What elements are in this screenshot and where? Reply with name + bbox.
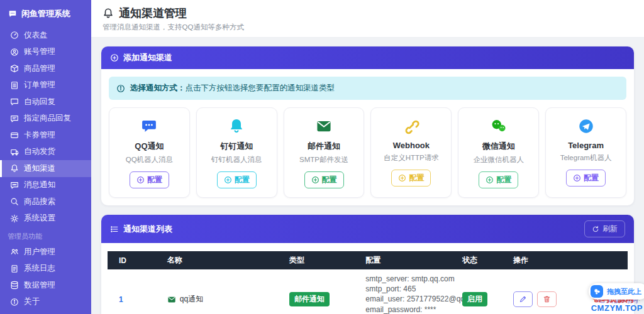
- sidebar-item-auto-reply[interactable]: 自动回复: [0, 94, 91, 111]
- channel-list-panel-header: 通知渠道列表 刷新: [101, 215, 634, 243]
- sidebar-item-product-search[interactable]: 商品搜索: [0, 193, 91, 210]
- document-list-icon: [9, 81, 19, 90]
- configure-telegram-button[interactable]: 配置: [566, 170, 606, 187]
- sidebar-item-label: 商品管理: [24, 63, 55, 74]
- gear-icon: [9, 214, 19, 223]
- sidebar-item-data-management[interactable]: 数据管理: [0, 277, 91, 294]
- sidebar-item-dashboard[interactable]: 仪表盘: [0, 27, 91, 44]
- sidebar-item-system-logs[interactable]: 系统日志: [0, 261, 91, 278]
- column-header-actions: 操作: [513, 255, 628, 266]
- sidebar-item-label: 仪表盘: [24, 30, 48, 41]
- document-list-icon: [9, 264, 19, 273]
- edit-button[interactable]: [513, 291, 533, 307]
- bell-icon: [9, 164, 19, 173]
- configure-qq-button[interactable]: 配置: [130, 171, 169, 188]
- select-method-alert: 选择通知方式：点击下方按钮选择您要配置的通知渠道类型: [109, 77, 626, 100]
- channel-card-webhook: Webhook 自定义HTTP请求 配置: [370, 107, 452, 198]
- sidebar-item-label: 自动回复: [24, 97, 55, 107]
- database-icon: [9, 281, 19, 290]
- search-icon: [9, 197, 19, 206]
- configure-button-label: 配置: [147, 175, 162, 185]
- configure-webhook-button[interactable]: 配置: [391, 170, 431, 187]
- sidebar-item-orders[interactable]: 订单管理: [0, 77, 91, 94]
- sidebar-item-notify-channels[interactable]: 通知渠道: [0, 160, 91, 177]
- delete-button[interactable]: [537, 291, 557, 307]
- config-line: email_user: 2571779522@qq.com: [365, 294, 462, 304]
- sidebar-item-label: 用户管理: [24, 247, 55, 257]
- column-header-id: ID: [119, 256, 167, 265]
- sidebar-item-about[interactable]: 关于: [0, 294, 91, 311]
- chat-bubble-icon: [9, 97, 19, 106]
- column-header-type: 类型: [289, 255, 365, 266]
- add-channel-panel: 添加通知渠道 选择通知方式：点击下方按钮选择您要配置的通知渠道类型 QQ通知: [101, 46, 634, 205]
- configure-button-label: 配置: [235, 175, 250, 185]
- send-icon: [9, 148, 19, 156]
- channel-card-subtitle: SMTP邮件发送: [288, 155, 360, 165]
- plus-circle-icon: [486, 176, 494, 184]
- sidebar-item-label: 关于: [24, 296, 40, 307]
- sidebar-item-products[interactable]: 商品管理: [0, 60, 91, 77]
- plus-circle-icon: [573, 174, 581, 182]
- main-area: 通知渠道管理 管理消息通知渠道，支持QQ通知等多种方式 添加通知渠道 选择通知方…: [91, 0, 644, 314]
- sidebar-item-accounts[interactable]: 账号管理: [0, 44, 91, 61]
- configure-button-label: 配置: [409, 173, 424, 183]
- sidebar-item-coupons[interactable]: 卡券管理: [0, 127, 91, 144]
- channel-card-title: 钉钉通知: [201, 141, 273, 152]
- status-badge: 启用: [462, 292, 487, 306]
- configure-button-label: 配置: [322, 175, 337, 185]
- configure-dingtalk-button[interactable]: 配置: [217, 171, 257, 188]
- box-icon: [9, 64, 19, 73]
- channel-card-wechat: 微信通知 企业微信机器人 配置: [458, 107, 539, 198]
- sidebar-section-label: 管理员功能: [0, 227, 91, 244]
- content: 添加通知渠道 选择通知方式：点击下方按钮选择您要配置的通知渠道类型 QQ通知: [91, 38, 644, 314]
- telegram-icon: [550, 117, 622, 135]
- sidebar-item-label: 订单管理: [24, 80, 55, 90]
- link-icon: [375, 117, 447, 135]
- row-name: qq通知: [167, 294, 289, 305]
- plus-circle-icon: [311, 176, 319, 184]
- sidebar-item-settings[interactable]: 系统设置: [0, 210, 91, 227]
- sidebar-item-message-notify[interactable]: 消息通知: [0, 177, 91, 194]
- sidebar-item-label: 卡券管理: [24, 130, 55, 141]
- trash-icon: [543, 295, 551, 303]
- envelope-icon: [288, 117, 360, 135]
- channel-cards: QQ通知 QQ机器人消息 配置 钉钉通知: [109, 107, 626, 198]
- sidebar-item-label: 系统设置: [24, 213, 55, 224]
- channel-card-subtitle: 企业微信机器人: [462, 155, 535, 165]
- card-icon: [9, 131, 19, 139]
- chat-bubble-icon: [9, 114, 19, 123]
- channel-table: ID 名称 类型 配置 状态 操作 1 qq通知 邮件: [101, 243, 634, 314]
- configure-wechat-button[interactable]: 配置: [479, 171, 518, 188]
- sidebar-item-label: 账号管理: [24, 46, 55, 57]
- sidebar-item-auto-delivery[interactable]: 自动发货: [0, 144, 91, 161]
- channel-card-title: QQ通知: [113, 141, 186, 152]
- list-icon: [110, 225, 119, 234]
- refresh-icon: [592, 225, 599, 233]
- channel-card-subtitle: QQ机器人消息: [113, 155, 186, 165]
- configure-email-button[interactable]: 配置: [304, 171, 344, 188]
- dingtalk-bell-icon: [201, 117, 273, 135]
- drag-capture-widget[interactable]: 拖拽至此上: [589, 283, 644, 300]
- plus-circle-icon: [224, 176, 232, 184]
- column-header-name: 名称: [167, 255, 289, 266]
- sidebar-item-product-reply[interactable]: 指定商品回复: [0, 111, 91, 127]
- plus-circle-icon: [110, 53, 119, 62]
- circles-icon: [591, 285, 603, 298]
- sidebar-item-label: 自动发货: [24, 146, 55, 157]
- channel-card-title: Webhook: [375, 141, 447, 150]
- configure-button-label: 配置: [496, 175, 511, 185]
- info-circle-icon: [9, 298, 19, 306]
- type-badge: 邮件通知: [289, 292, 330, 306]
- config-line: smtp_server: smtp.qq.com: [365, 274, 462, 284]
- channel-card-subtitle: 自定义HTTP请求: [375, 153, 447, 163]
- chat-bubble-icon: [8, 9, 17, 18]
- sidebar-item-label: 通知渠道: [24, 163, 55, 174]
- refresh-button[interactable]: 刷新: [584, 220, 625, 237]
- app-root: 闲鱼管理系统 仪表盘 账号管理 商品管理 订单管理 自动回复 指定商品回复: [0, 0, 644, 314]
- sidebar-item-label: 指定商品回复: [24, 113, 71, 124]
- sidebar: 闲鱼管理系统 仪表盘 账号管理 商品管理 订单管理 自动回复 指定商品回复: [0, 0, 91, 314]
- column-header-config: 配置: [365, 255, 462, 266]
- add-channel-panel-title: 添加通知渠道: [123, 52, 172, 63]
- sidebar-item-user-management[interactable]: 用户管理: [0, 244, 91, 261]
- sidebar-item-label: 数据管理: [24, 280, 55, 291]
